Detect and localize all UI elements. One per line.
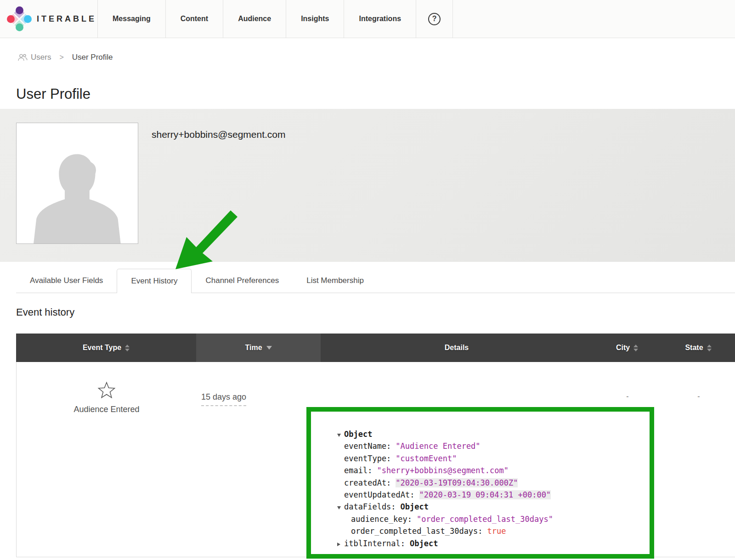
sort-arrows-icon [125, 345, 130, 351]
event-history-table: Event TypeTimeDetailsCityState Audience … [16, 334, 735, 557]
json-key: eventUpdatedAt: [344, 490, 415, 499]
json-key: email: [344, 466, 372, 475]
json-line-createdat: createdAt:"2020-03-19T09:04:30.000Z" [311, 477, 650, 489]
breadcrumb-users-link[interactable]: Users [17, 53, 51, 62]
column-header-state[interactable]: State [662, 334, 735, 362]
tab-event-history[interactable]: Event History [117, 269, 192, 293]
json-value: "Audience Entered" [396, 441, 480, 451]
column-label: Details [445, 344, 469, 352]
json-line-email: email:"sherry+bobbins@segment.com" [311, 464, 650, 476]
sort-arrows-icon [707, 345, 712, 351]
nav-items: MessagingContentAudienceInsightsIntegrat… [97, 0, 416, 38]
json-value: "sherry+bobbins@segment.com" [377, 466, 509, 475]
column-label: Event Type [83, 344, 121, 352]
event-type-label: Audience Entered [74, 405, 139, 414]
iterable-logo-icon [6, 6, 32, 32]
json-line-order-completed-last-30days: order_completed_last_30days:true [311, 525, 650, 537]
column-label: City [616, 344, 630, 352]
avatar [16, 123, 138, 244]
expand-collapse-icon-open[interactable] [337, 501, 344, 513]
state-cell: - [662, 362, 735, 557]
json-key: itblInternal: [344, 539, 405, 548]
brand[interactable]: ITERABLE [0, 0, 97, 38]
logo-dot-cyan [24, 15, 32, 23]
json-value: Object [410, 539, 438, 548]
column-label: State [685, 344, 703, 352]
nav-item-integrations[interactable]: Integrations [344, 0, 416, 38]
expand-collapse-icon-closed[interactable] [337, 537, 344, 549]
breadcrumb-root-label: Users [31, 53, 51, 62]
users-icon [17, 53, 28, 62]
json-line-eventtype: eventType:"customEvent" [311, 453, 650, 464]
json-key: audience_key: [351, 515, 412, 524]
column-header-event-type[interactable]: Event Type [16, 334, 196, 362]
person-silhouette-icon [26, 150, 128, 244]
json-line-itblinternal: itblInternal:Object [311, 537, 650, 549]
json-line-root: Object [311, 428, 650, 440]
breadcrumb-current: User Profile [72, 53, 113, 62]
column-header-details: Details [321, 334, 593, 362]
event-details-json: ObjecteventName:"Audience Entered"eventT… [311, 412, 650, 549]
json-key: dataFields: [344, 502, 396, 511]
time-cell: 15 days ago [197, 362, 321, 557]
page-title: User Profile [16, 86, 735, 102]
table-header-row: Event TypeTimeDetailsCityState [16, 334, 735, 362]
tab-available-user-fields[interactable]: Available User Fields [16, 269, 117, 293]
nav-item-messaging[interactable]: Messaging [97, 0, 165, 38]
chevron-right-icon: > [56, 53, 67, 62]
json-key: order_completed_last_30days: [351, 526, 483, 536]
tab-channel-preferences[interactable]: Channel Preferences [192, 269, 293, 293]
json-value: true [487, 526, 506, 536]
event-type-cell: Audience Entered [17, 362, 197, 557]
logo-dot-teal [16, 23, 23, 31]
top-nav: ITERABLE MessagingContentAudienceInsight… [0, 0, 735, 38]
column-label: Time [245, 344, 262, 352]
breadcrumb: Users > User Profile [17, 52, 735, 62]
profile-header: sherry+bobbins@segment.com [0, 109, 735, 262]
json-line-audience-key: audience_key:"order_completed_last_30day… [311, 513, 650, 525]
expand-collapse-icon-open[interactable] [337, 428, 344, 440]
json-value: Object [344, 430, 372, 439]
sort-desc-icon [266, 346, 272, 350]
json-key: eventType: [344, 454, 391, 463]
json-value: "2020-03-19 09:04:31 +00:00" [419, 490, 551, 499]
json-value: "2020-03-19T09:04:30.000Z" [396, 478, 518, 487]
json-key: eventName: [344, 441, 391, 451]
sort-arrows-icon [633, 345, 638, 351]
star-icon[interactable] [97, 381, 116, 399]
json-value: Object [401, 502, 429, 511]
profile-tabs: Available User FieldsEvent HistoryChanne… [16, 269, 735, 293]
section-heading: Event history [16, 306, 735, 318]
json-line-eventupdatedat: eventUpdatedAt:"2020-03-19 09:04:31 +00:… [311, 489, 650, 501]
json-line-datafields: dataFields:Object [311, 501, 650, 513]
help-icon: ? [428, 13, 441, 25]
brand-wordmark: ITERABLE [37, 14, 96, 24]
nav-item-audience[interactable]: Audience [223, 0, 286, 38]
tab-list-membership[interactable]: List Membership [293, 269, 378, 293]
json-line-eventname: eventName:"Audience Entered" [311, 440, 650, 452]
help-button[interactable]: ? [416, 0, 453, 38]
json-key: createdAt: [344, 478, 391, 487]
nav-item-content[interactable]: Content [165, 0, 223, 38]
table-row: Audience Entered 15 days ago - - Objecte… [16, 362, 735, 557]
logo-dot-red [7, 15, 15, 23]
annotation-box: ObjecteventName:"Audience Entered"eventT… [306, 407, 654, 559]
user-email: sherry+bobbins@segment.com [152, 129, 286, 140]
json-value: "customEvent" [396, 454, 457, 463]
nav-item-insights[interactable]: Insights [286, 0, 344, 38]
logo-dot-purple [16, 6, 23, 14]
relative-time[interactable]: 15 days ago [201, 392, 246, 406]
json-value: "order_completed_last_30days" [417, 515, 553, 524]
column-header-city[interactable]: City [593, 334, 662, 362]
column-header-time[interactable]: Time [196, 334, 321, 362]
